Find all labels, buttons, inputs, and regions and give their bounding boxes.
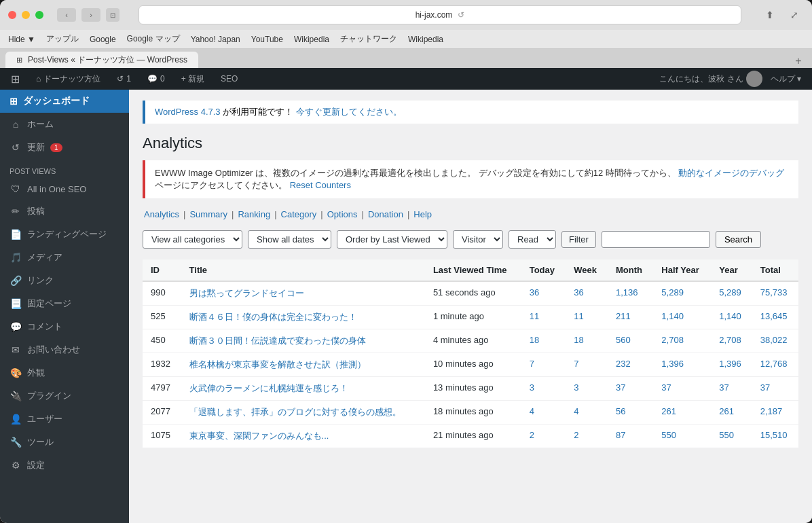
- title-link[interactable]: 男は黙ってグランドセイコー: [189, 288, 304, 298]
- nav-tab-ranking[interactable]: Ranking: [236, 209, 272, 219]
- month-link[interactable]: 232: [616, 359, 631, 369]
- week-link[interactable]: 4: [574, 406, 578, 416]
- back-btn[interactable]: ‹: [57, 8, 76, 22]
- comments-item[interactable]: 💬 0: [142, 74, 170, 84]
- bookmark-apple[interactable]: アップル: [46, 33, 79, 45]
- month-link[interactable]: 560: [616, 335, 631, 345]
- bookmark-chatwork[interactable]: チャットワーク: [340, 33, 397, 45]
- week-link[interactable]: 7: [574, 359, 578, 369]
- half-year-link[interactable]: 5,289: [661, 287, 684, 297]
- home-item[interactable]: ⌂ ドーナッツ方位: [31, 73, 106, 85]
- year-link[interactable]: 5,289: [719, 287, 741, 297]
- nav-tab-help[interactable]: Help: [412, 209, 433, 219]
- bookmark-hide[interactable]: Hide ▼: [8, 35, 35, 44]
- month-link[interactable]: 37: [616, 382, 625, 393]
- nav-tab-analytics[interactable]: Analytics: [143, 209, 181, 219]
- new-item[interactable]: + 新規: [176, 73, 210, 85]
- share-icon[interactable]: ⬆: [760, 8, 779, 22]
- bookmark-google-maps[interactable]: Google マップ: [127, 33, 180, 45]
- search-input[interactable]: [602, 231, 710, 248]
- month-link[interactable]: 211: [616, 311, 631, 321]
- week-link[interactable]: 18: [574, 335, 583, 345]
- bookmark-google[interactable]: Google: [90, 35, 116, 44]
- maximize-btn[interactable]: [35, 11, 43, 19]
- year-link[interactable]: 1,396: [719, 359, 741, 369]
- month-link[interactable]: 1,136: [616, 287, 638, 297]
- close-btn[interactable]: [8, 11, 16, 19]
- week-link[interactable]: 3: [574, 382, 578, 393]
- minimize-btn[interactable]: [22, 11, 30, 19]
- half-year-link[interactable]: 261: [661, 406, 676, 416]
- nav-tab-summary[interactable]: Summary: [188, 209, 229, 219]
- categories-select[interactable]: View all categories: [143, 230, 242, 249]
- total-link[interactable]: 75,733: [760, 287, 788, 297]
- sidebar-item-pages[interactable]: 📃 固定ページ: [0, 292, 129, 315]
- today-link[interactable]: 11: [530, 311, 539, 321]
- sidebar-item-links[interactable]: 🔗 リンク: [0, 269, 129, 292]
- title-link[interactable]: 椎名林檎が東京事変を解散させた訳（推測）: [189, 359, 366, 369]
- today-link[interactable]: 18: [530, 335, 539, 345]
- half-year-link[interactable]: 2,708: [661, 335, 684, 345]
- new-tab-btn[interactable]: +: [790, 54, 807, 68]
- filter-button[interactable]: Filter: [561, 231, 596, 248]
- help-item[interactable]: ヘルプ ▾: [765, 73, 807, 85]
- seo-item[interactable]: SEO: [215, 74, 243, 84]
- reset-counters-link[interactable]: Reset Counters: [290, 180, 351, 190]
- year-link[interactable]: 550: [719, 430, 734, 440]
- title-link[interactable]: 火武偉のラーメンに札幌純運を感じろ！: [189, 383, 348, 393]
- year-link[interactable]: 1,140: [719, 311, 741, 321]
- updates-item[interactable]: ↺ 1: [111, 74, 136, 84]
- debug-link[interactable]: 動的なイメージのデバッグ: [678, 168, 784, 178]
- week-link[interactable]: 36: [574, 287, 583, 297]
- today-link[interactable]: 2: [530, 430, 534, 440]
- bookmark-wikipedia[interactable]: Wikipedia: [294, 35, 329, 44]
- nav-tab-donation[interactable]: Donation: [367, 209, 405, 219]
- order-select[interactable]: Order by Last Viewed: [337, 230, 447, 249]
- today-link[interactable]: 4: [530, 406, 534, 416]
- reload-icon[interactable]: ↺: [458, 10, 464, 20]
- sidebar-item-plugins[interactable]: 🔌 プラグイン: [0, 384, 129, 408]
- sidebar-item-home[interactable]: ⌂ ホーム: [0, 113, 129, 136]
- sidebar-item-contact[interactable]: ✉ お問い合わせ: [0, 338, 129, 361]
- week-link[interactable]: 2: [574, 430, 578, 440]
- year-link[interactable]: 2,708: [719, 335, 741, 345]
- sidebar-item-posts[interactable]: ✏ 投稿: [0, 200, 129, 223]
- forward-btn[interactable]: ›: [81, 8, 100, 22]
- nav-tab-options[interactable]: Options: [326, 209, 359, 219]
- today-link[interactable]: 3: [530, 382, 534, 393]
- title-link[interactable]: 東京事変、深閑ファンのみんなも...: [189, 431, 329, 441]
- total-link[interactable]: 15,510: [760, 430, 788, 440]
- month-link[interactable]: 87: [616, 430, 625, 440]
- visitor-select[interactable]: Visitor: [453, 230, 503, 249]
- bookmark-youtube[interactable]: YouTube: [251, 35, 283, 44]
- half-year-link[interactable]: 1,396: [661, 359, 684, 369]
- half-year-link[interactable]: 1,140: [661, 311, 684, 321]
- tab-ctrl[interactable]: ⊡: [106, 8, 119, 22]
- month-link[interactable]: 56: [616, 406, 625, 416]
- today-link[interactable]: 36: [530, 287, 539, 297]
- sidebar-item-comments[interactable]: 💬 コメント: [0, 315, 129, 338]
- bookmark-wikipedia2[interactable]: Wikipedia: [408, 35, 443, 44]
- sidebar-item-tools[interactable]: 🔧 ツール: [0, 431, 129, 454]
- sidebar-item-settings[interactable]: ⚙ 設定: [0, 454, 129, 477]
- bookmark-yahoo[interactable]: Yahoo! Japan: [191, 35, 240, 44]
- total-link[interactable]: 12,768: [760, 359, 788, 369]
- sidebar-dashboard[interactable]: ⊞ ダッシュボード: [0, 90, 129, 113]
- sidebar-item-allinone-seo[interactable]: 🛡 All in One SEO: [0, 178, 129, 200]
- sidebar-item-appearance[interactable]: 🎨 外観: [0, 361, 129, 384]
- half-year-link[interactable]: 37: [661, 382, 671, 393]
- half-year-link[interactable]: 550: [661, 430, 676, 440]
- week-link[interactable]: 11: [574, 311, 583, 321]
- year-link[interactable]: 37: [719, 382, 728, 393]
- total-link[interactable]: 2,187: [760, 406, 783, 416]
- title-link[interactable]: 「退職します、拝承」のブログに対する僕らの感想。: [189, 407, 401, 417]
- browser-tab[interactable]: ⊞ Post-Views « ドーナッツ方位 — WordPress: [5, 52, 198, 68]
- total-link[interactable]: 38,022: [760, 335, 788, 345]
- today-link[interactable]: 7: [530, 359, 534, 369]
- update-now-link[interactable]: 今すぐ更新してください。: [296, 107, 402, 117]
- sidebar-item-updates[interactable]: ↺ 更新 1: [0, 136, 129, 159]
- wp-logo-item[interactable]: ⊞: [5, 73, 25, 86]
- sidebar-item-media[interactable]: 🎵 メディア: [0, 246, 129, 269]
- title-link[interactable]: 断酒３０日間！伝説達成で変わった僕の身体: [189, 336, 366, 346]
- fullscreen-icon[interactable]: ⤢: [785, 8, 804, 22]
